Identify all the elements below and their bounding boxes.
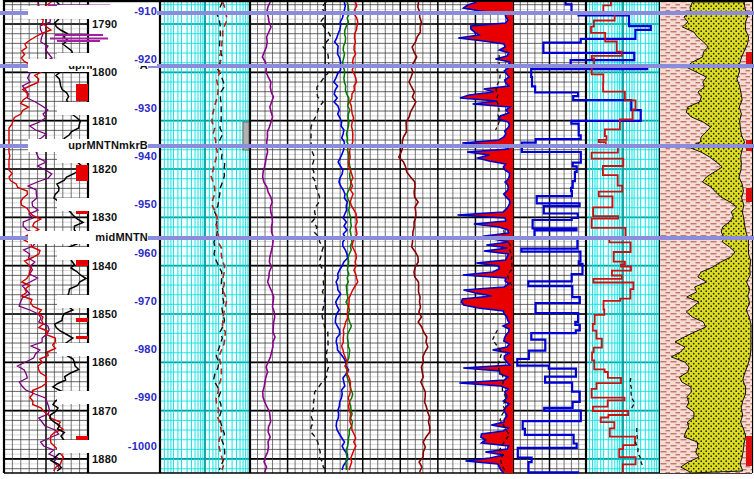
subsea-depth-label: -950 (57, 198, 157, 211)
depth-label: 1870 (92, 405, 138, 418)
curve-log2-dash-b (636, 428, 644, 468)
depth-label: 1840 (92, 260, 138, 273)
depth-label: 1850 (92, 308, 138, 321)
subsea-depth-label: -920 (57, 53, 157, 66)
depth-label: 1810 (92, 115, 138, 128)
well-log-plot[interactable]: uprMNTNuprMNTNmkrAuprMNTNmkrBmidMNTN-910… (0, 0, 754, 479)
lithology-red-strip (746, 436, 752, 466)
subsea-depth-label: -970 (57, 295, 157, 308)
lithology-red-strip (746, 188, 752, 202)
subsea-depth-label: -990 (57, 391, 157, 404)
subsea-depth-label: -940 (57, 150, 157, 163)
formation-top-label[interactable]: midMNTN (28, 231, 148, 244)
subsea-depth-label: -960 (57, 247, 157, 260)
pay-flag (76, 165, 88, 181)
subsea-depth-label: -980 (57, 343, 157, 356)
subsea-depth-label: -930 (57, 102, 157, 115)
subsea-depth-label: -910 (57, 5, 157, 18)
depth-label: 1860 (92, 356, 138, 369)
depth-label: 1790 (92, 18, 138, 31)
pay-flag (76, 318, 88, 322)
curve-log2-dash-a (630, 378, 635, 408)
depth-label: 1800 (92, 66, 138, 79)
pay-flag (76, 260, 88, 266)
depth-label: 1820 (92, 163, 138, 176)
depth-label: 1880 (92, 453, 138, 466)
depth-label: 1830 (92, 211, 138, 224)
pay-flag (76, 84, 88, 101)
pay-flag (76, 336, 88, 339)
subsea-depth-label: -1000 (57, 440, 157, 453)
